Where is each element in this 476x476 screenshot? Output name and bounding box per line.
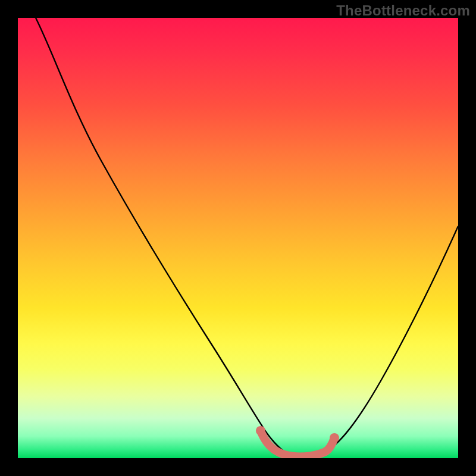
- optimal-range-marker: [261, 431, 334, 456]
- marker-dot-left: [256, 426, 265, 436]
- chart-plot-area: [18, 18, 458, 458]
- chart-frame: TheBottleneck.com: [0, 0, 476, 476]
- watermark-text: TheBottleneck.com: [336, 2, 470, 19]
- bottleneck-curve: [36, 18, 458, 457]
- chart-svg: [18, 18, 458, 458]
- marker-dot-right: [330, 433, 339, 443]
